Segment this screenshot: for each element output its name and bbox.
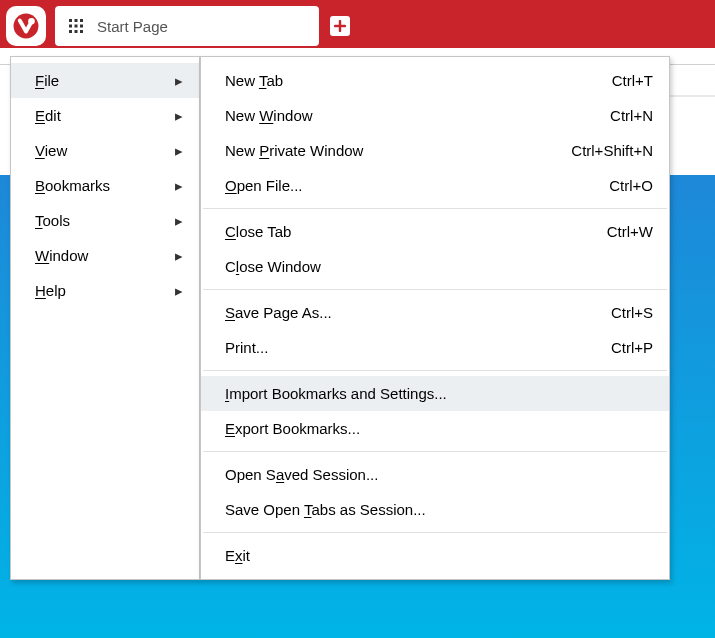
menu-label: Print... (225, 339, 268, 356)
menu-shortcut: Ctrl+N (610, 107, 653, 124)
file-menu-item-open-session[interactable]: Open Saved Session... (201, 457, 669, 492)
menu-label: Bookmarks (35, 177, 110, 194)
menu-label: View (35, 142, 67, 159)
menu-separator (203, 370, 667, 371)
file-menu-item-save-page-as[interactable]: Save Page As...Ctrl+S (201, 295, 669, 330)
menu-separator (203, 532, 667, 533)
svg-rect-3 (75, 19, 78, 22)
file-menu-item-new-window[interactable]: New WindowCtrl+N (201, 98, 669, 133)
file-submenu: New TabCtrl+TNew WindowCtrl+NNew Private… (200, 56, 670, 580)
vivaldi-logo-icon[interactable] (6, 6, 46, 46)
menu-label: Exit (225, 547, 250, 564)
submenu-arrow-icon: ▸ (175, 282, 183, 300)
main-menu-item-window[interactable]: Window▸ (11, 238, 199, 273)
menu-label: New Private Window (225, 142, 363, 159)
svg-rect-6 (75, 25, 78, 28)
menu-label: Export Bookmarks... (225, 420, 360, 437)
svg-rect-2 (69, 19, 72, 22)
menu-label: Open Saved Session... (225, 466, 378, 483)
file-menu-item-print[interactable]: Print...Ctrl+P (201, 330, 669, 365)
submenu-arrow-icon: ▸ (175, 177, 183, 195)
menu-label: Save Open Tabs as Session... (225, 501, 426, 518)
menu-separator (203, 208, 667, 209)
menu-label: Help (35, 282, 66, 299)
menu-label: File (35, 72, 59, 89)
new-tab-button[interactable] (330, 16, 350, 36)
svg-point-0 (14, 14, 39, 39)
menu-separator (203, 451, 667, 452)
menu-label: Save Page As... (225, 304, 332, 321)
submenu-arrow-icon: ▸ (175, 142, 183, 160)
menu-shortcut: Ctrl+S (611, 304, 653, 321)
file-menu-item-save-session[interactable]: Save Open Tabs as Session... (201, 492, 669, 527)
menu-label: New Window (225, 107, 313, 124)
main-menu-item-help[interactable]: Help▸ (11, 273, 199, 308)
svg-rect-5 (69, 25, 72, 28)
submenu-arrow-icon: ▸ (175, 72, 183, 90)
svg-rect-9 (75, 30, 78, 33)
file-menu-item-new-private[interactable]: New Private WindowCtrl+Shift+N (201, 133, 669, 168)
menu-shortcut: Ctrl+T (612, 72, 653, 89)
plus-icon (334, 20, 346, 32)
main-menu-item-edit[interactable]: Edit▸ (11, 98, 199, 133)
menu-shortcut: Ctrl+W (607, 223, 653, 240)
file-menu-item-import[interactable]: Import Bookmarks and Settings... (201, 376, 669, 411)
menu-label: Tools (35, 212, 70, 229)
menu-label: Open File... (225, 177, 303, 194)
speed-dial-icon (69, 19, 83, 33)
svg-rect-4 (80, 19, 83, 22)
file-menu-item-new-tab[interactable]: New TabCtrl+T (201, 63, 669, 98)
submenu-arrow-icon: ▸ (175, 212, 183, 230)
file-menu-item-open-file[interactable]: Open File...Ctrl+O (201, 168, 669, 203)
file-menu-item-export[interactable]: Export Bookmarks... (201, 411, 669, 446)
menu-label: New Tab (225, 72, 283, 89)
menu-label: Close Tab (225, 223, 291, 240)
file-menu-item-close-tab[interactable]: Close TabCtrl+W (201, 214, 669, 249)
menu-label: Close Window (225, 258, 321, 275)
main-menu-item-tools[interactable]: Tools▸ (11, 203, 199, 238)
submenu-arrow-icon: ▸ (175, 107, 183, 125)
submenu-arrow-icon: ▸ (175, 247, 183, 265)
main-menu-item-file[interactable]: File▸ (11, 63, 199, 98)
main-menu: File▸Edit▸View▸Bookmarks▸Tools▸Window▸He… (10, 56, 200, 580)
menu-label: Window (35, 247, 88, 264)
main-menu-item-bookmarks[interactable]: Bookmarks▸ (11, 168, 199, 203)
main-menu-item-view[interactable]: View▸ (11, 133, 199, 168)
svg-rect-10 (80, 30, 83, 33)
svg-rect-8 (69, 30, 72, 33)
tab-title: Start Page (97, 18, 168, 35)
menu-shortcut: Ctrl+P (611, 339, 653, 356)
file-menu-item-exit[interactable]: Exit (201, 538, 669, 573)
menu-shortcut: Ctrl+Shift+N (571, 142, 653, 159)
svg-point-1 (28, 18, 35, 25)
menu-shortcut: Ctrl+O (609, 177, 653, 194)
file-menu-item-close-window[interactable]: Close Window (201, 249, 669, 284)
menu-label: Import Bookmarks and Settings... (225, 385, 447, 402)
browser-tab[interactable]: Start Page (55, 6, 319, 46)
menu-label: Edit (35, 107, 61, 124)
menu-container: File▸Edit▸View▸Bookmarks▸Tools▸Window▸He… (10, 56, 670, 580)
menu-separator (203, 289, 667, 290)
svg-rect-7 (80, 25, 83, 28)
